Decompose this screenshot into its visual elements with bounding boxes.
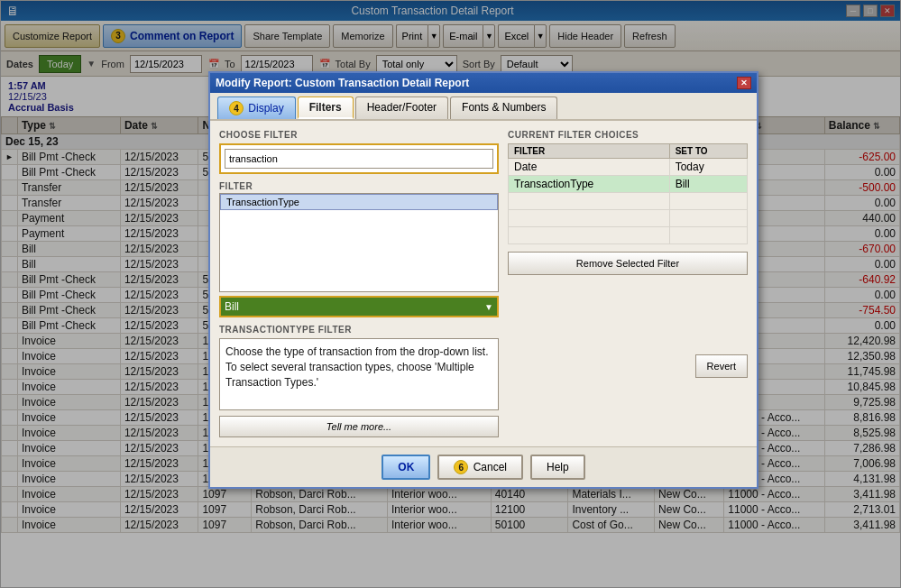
cancel-label: Cancel — [473, 461, 507, 473]
filter-desc-title: TRANSACTIONTYPE FILTER — [219, 325, 499, 335]
main-window: 🖥 Custom Transaction Detail Report ─ □ ✕… — [0, 0, 901, 588]
ok-button[interactable]: OK — [382, 455, 430, 480]
revert-button[interactable]: Revert — [695, 354, 748, 378]
ok-label: OK — [398, 461, 414, 473]
modal-left-panel: CHOOSE FILTER FILTER TransactionType — [219, 130, 499, 437]
current-filter-empty-1 — [509, 193, 748, 210]
tab-filters[interactable]: Filters — [298, 96, 354, 119]
filter-name-transactiontype: TransactionType — [509, 176, 670, 193]
modal-title: Modify Report: Custom Transaction Detail… — [216, 77, 469, 89]
filter-list-container: FILTER TransactionType Bill ▼ — [219, 181, 499, 317]
modal-body: CHOOSE FILTER FILTER TransactionType — [210, 121, 757, 446]
remove-selected-filter-button[interactable]: Remove Selected Filter — [508, 252, 748, 275]
current-filter-header-row: FILTER SET TO — [509, 144, 748, 159]
filter-setto-transactiontype: Bill — [669, 176, 747, 193]
filter-list-label: FILTER — [219, 181, 499, 191]
filter-dropdown-value: Bill — [225, 300, 239, 313]
choose-filter-box — [219, 143, 499, 174]
filter-desc-box: Choose the type of transaction from the … — [219, 338, 499, 410]
tell-me-more-button[interactable]: Tell me more... — [219, 416, 499, 437]
filter-name-date: Date — [509, 159, 670, 176]
filter-list-item-transactiontype[interactable]: TransactionType — [220, 194, 498, 210]
filter-list: TransactionType — [219, 193, 499, 292]
choose-filter-title: CHOOSE FILTER — [219, 130, 499, 140]
choose-filter-input[interactable] — [225, 149, 493, 169]
current-filter-row-date[interactable]: Date Today — [509, 159, 748, 176]
col-filter-setto: SET TO — [669, 144, 747, 159]
col-filter-name: FILTER — [509, 144, 670, 159]
modal-right-panel: CURRENT FILTER CHOICES FILTER SET TO Dat… — [508, 130, 748, 437]
modal-tabs: 4 Display Filters Header/Footer Fonts & … — [210, 93, 757, 121]
current-filter-row-transactiontype[interactable]: TransactionType Bill — [509, 176, 748, 193]
current-filter-table: FILTER SET TO Date Today TransactionType — [508, 143, 748, 244]
current-filter-label: CURRENT FILTER CHOICES — [508, 130, 748, 140]
filter-desc-text: Choose the type of transaction from the … — [225, 345, 489, 389]
modal-close-button[interactable]: ✕ — [737, 77, 751, 89]
tab-fonts-numbers[interactable]: Fonts & Numbers — [450, 96, 557, 119]
tab-header-footer[interactable]: Header/Footer — [355, 96, 448, 119]
modal-title-bar: Modify Report: Custom Transaction Detail… — [210, 73, 757, 93]
step6-badge: 6 — [454, 460, 468, 474]
modal-footer: OK 6 Cancel Help — [210, 446, 757, 487]
modify-report-dialog: Modify Report: Custom Transaction Detail… — [208, 71, 758, 489]
transaction-type-dropdown[interactable]: Bill ▼ — [219, 296, 499, 317]
filter-setto-date: Today — [669, 159, 747, 176]
cancel-button[interactable]: 6 Cancel — [437, 455, 523, 480]
help-button[interactable]: Help — [530, 455, 585, 480]
current-filter-empty-2 — [509, 210, 748, 227]
modal-overlay: Modify Report: Custom Transaction Detail… — [1, 1, 900, 587]
filter-dropdown-container: Bill ▼ — [219, 296, 499, 317]
current-filter-empty-3 — [509, 227, 748, 244]
tab-display[interactable]: 4 Display — [217, 96, 296, 119]
dropdown-arrow-icon: ▼ — [484, 302, 493, 312]
step4-badge: 4 — [229, 101, 244, 115]
